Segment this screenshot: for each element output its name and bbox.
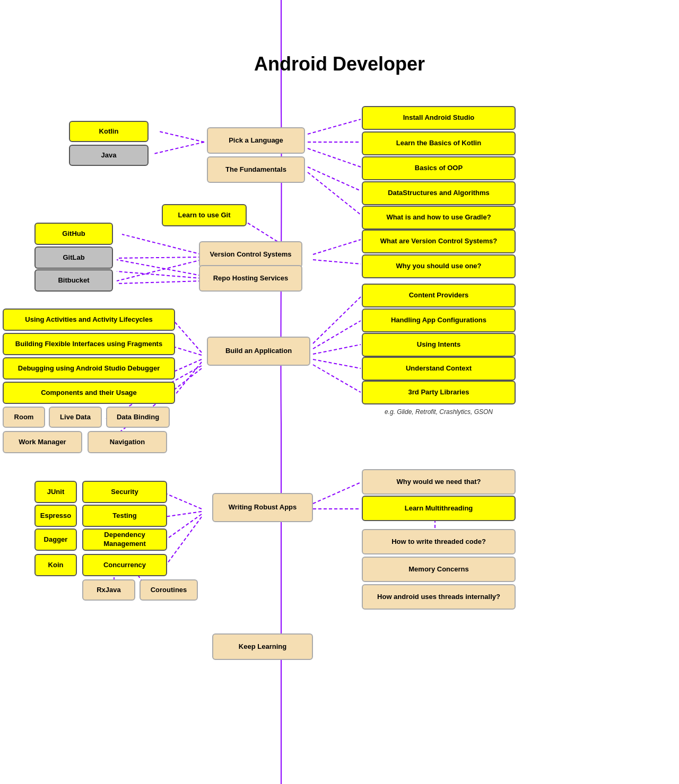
data-structures-node: DataStructures and Algorithms [362,181,516,205]
coroutines-node: Coroutines [140,579,198,601]
svg-line-4 [308,148,361,167]
svg-line-24 [313,345,361,354]
android-threads-node: How android uses threads internally? [362,584,516,610]
svg-line-37 [313,482,361,504]
svg-line-23 [313,321,361,349]
svg-line-28 [164,512,202,517]
third-party-note: e.g. Glide, Retrofit, Crashlytics, GSON [362,404,516,420]
building-flexible-node: Building Flexible Interfaces using Fragm… [3,333,175,355]
keep-learning-node: Keep Learning [212,633,313,660]
gitlab-node: GitLab [34,246,113,269]
memory-concerns-node: Memory Concerns [362,557,516,582]
svg-line-30 [164,517,202,567]
repo-hosting-node: Repo Hosting Services [199,265,302,292]
using-activities-node: Using Activities and Activity Lifecycles [3,309,175,331]
learn-multithreading-node: Learn Multithreading [362,496,516,521]
learn-kotlin-node: Learn the Basics of Kotlin [362,131,516,155]
svg-line-5 [308,167,361,191]
dependency-node: Dependency Management [82,528,167,551]
svg-line-11 [117,257,202,258]
why-use-node: Why you should use one? [362,254,516,278]
koin-node: Koin [34,554,77,576]
page-title: Android Developer [0,53,679,75]
java-node: Java [69,145,149,166]
svg-line-12 [117,260,202,281]
svg-line-17 [175,347,202,355]
fundamentals-node: The Fundamentals [207,156,305,183]
handling-app-node: Handling App Configurations [362,309,516,332]
bitbucket-node: Bitbucket [34,269,113,292]
databinding-node: Data Binding [106,407,170,428]
svg-line-19 [175,362,202,395]
version-control-node: Version Control Systems [199,241,302,268]
content-providers-node: Content Providers [362,284,516,307]
basics-oop-node: Basics of OOP [362,156,516,180]
build-app-node: Build an Application [207,337,310,366]
pick-language-node: Pick a Language [207,127,305,154]
components-node: Components and their Usage [3,382,175,404]
learn-git-node: Learn to use Git [162,204,247,226]
espresso-node: Espresso [34,505,77,527]
kotlin-node: Kotlin [69,121,149,142]
svg-line-16 [175,322,202,353]
svg-line-8 [313,260,361,264]
understand-context-node: Understand Context [362,357,516,381]
svg-line-6 [308,172,361,215]
third-party-node: 3rd Party Libraries [362,381,516,404]
concurrency-node: Concurrency [82,554,167,576]
svg-line-15 [117,281,202,284]
room-node: Room [3,407,45,428]
svg-line-7 [313,240,361,254]
svg-line-13 [117,260,202,276]
svg-line-10 [122,234,202,254]
dagger-node: Dagger [34,528,77,551]
svg-line-29 [164,514,202,541]
svg-line-18 [175,359,202,371]
install-android-node: Install Android Studio [362,106,516,130]
using-intents-node: Using Intents [362,333,516,357]
svg-line-0 [159,131,204,142]
svg-line-27 [164,493,202,509]
livedata-node: Live Data [49,407,102,428]
testing-node: Testing [82,505,167,527]
svg-line-14 [117,271,202,278]
writing-robust-node: Writing Robust Apps [212,493,313,522]
why-need-node: Why would we need that? [362,469,516,495]
vcs-node: What are Version Control Systems? [362,230,516,253]
threaded-code-node: How to write threaded code? [362,529,516,554]
navigation-node: Navigation [88,431,167,453]
svg-line-26 [313,365,361,392]
svg-line-22 [313,297,361,343]
rxjava-node: RxJava [82,579,135,601]
workmanager-node: Work Manager [3,431,82,453]
debugging-node: Debugging using Android Studio Debugger [3,357,175,380]
github-node: GitHub [34,223,113,245]
svg-line-2 [308,119,361,134]
gradle-node: What is and how to use Gradle? [362,206,516,230]
junit-node: JUnit [34,481,77,503]
svg-line-25 [313,359,361,368]
svg-line-1 [154,142,204,154]
security-node: Security [82,481,167,503]
